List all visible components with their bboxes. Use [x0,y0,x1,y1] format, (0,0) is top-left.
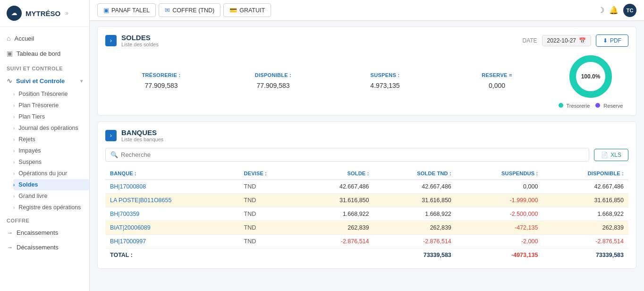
sidebar-item-encaissements[interactable]: → Encaissements [0,225,89,240]
col-suspendus: SUSPENDUS : [456,167,543,180]
sidebar-item-label: Position Trésorerie [18,91,68,97]
soldes-expand-button[interactable]: › [105,35,117,46]
sidebar-item-impayes[interactable]: › Impayés [13,145,89,156]
soldes-card: › SOLDES Liste des soldes DATE 2022-10-2… [97,26,636,116]
banques-title-group: BANQUES Liste des banques [121,128,163,142]
suspens-label: SUSPENS : [337,72,433,78]
disponible-value: 77.909,583 [225,82,322,89]
donut-chart-container: 100.0% Tresorerie Reserve [553,53,628,109]
cell-disponible: -2.876,514 [542,235,628,248]
total-solde-tnd: 73339,583 [374,248,456,262]
sidebar-section-suivi: SUIVI ET CONTROLE [0,61,89,73]
sidebar-item-label: Plan Trésorerie [18,102,59,109]
bullet-icon: › [13,137,15,142]
cell-solde-tnd: 1.668,922 [374,207,456,221]
tab-panaf-talel[interactable]: ▣ PANAF TALEL [97,3,156,17]
cell-solde-tnd: -2.876,514 [374,235,456,248]
sidebar-item-label: Encaissements [17,229,58,236]
table-icon: ▣ [103,7,109,14]
tab-coffre-tnd[interactable]: ✉ COFFRE (TND) [159,3,220,17]
bell-icon[interactable]: 🔔 [609,6,619,15]
bullet-icon: › [13,194,15,199]
table-row: BH|700359 TND 1.668,922 1.668,922 -2.500… [105,207,628,221]
total-devise [239,248,300,262]
sidebar-item-soldes[interactable]: › Soldes [13,179,89,190]
sidebar-item-suspens[interactable]: › Suspens [13,156,89,168]
sidebar-item-operations-jour[interactable]: › Opérations du jour [13,168,89,179]
sidebar-item-tableau-de-bord[interactable]: ▣ Tableau de bord [0,46,89,61]
sidebar-item-label: Suivi et Controle [16,77,65,85]
chart-icon: ∿ [7,77,12,85]
donut-percentage-label: 100.0% [581,73,601,80]
search-input[interactable] [121,151,584,158]
sidebar: ☁ MYTRÉSO » ⌂ Accueil ▣ Tableau de bord … [0,0,90,291]
sidebar-item-decaissements[interactable]: → Décaissements [0,240,89,255]
xls-button[interactable]: 📄 XLS [594,149,628,161]
banques-table-wrap: BANQUE : DEVISE : SOLDE : SOLDE TND : SU… [105,167,628,262]
tab-label: GRATUIT [239,7,265,14]
card-icon: 💳 [229,7,237,14]
logo: ☁ MYTRÉSO » [0,0,89,27]
sidebar-item-position-tresorerie[interactable]: › Position Trésorerie [13,88,89,100]
cell-devise: TND [239,180,300,194]
chevron-right-icon: › [110,37,112,44]
tresorerie-value: 77.909,583 [113,82,210,89]
suspens-value: 4.973,135 [337,82,433,89]
sidebar-item-label: Accueil [14,35,34,42]
search-icon: 🔍 [110,151,118,158]
table-row: BH|17000808 TND 42.667,486 42.667,486 0,… [105,180,628,194]
sidebar-item-rejets[interactable]: › Rejets [13,134,89,145]
content-area: › SOLDES Liste des soldes DATE 2022-10-2… [90,21,644,291]
sidebar-section-coffre: COFFRE [0,213,89,225]
table-header-row: BANQUE : DEVISE : SOLDE : SOLDE TND : SU… [105,167,628,180]
cell-suspendus: 0,000 [456,180,543,194]
cell-solde: 42.667,486 [300,180,374,194]
soldes-body: TRÉSORERIE : 77.909,583 DISPONIBLE : 77.… [105,53,628,109]
cell-disponible: 31.616,850 [542,194,628,207]
search-row: 🔍 📄 XLS [105,148,628,162]
sidebar-item-suivi-et-controle[interactable]: ∿ Suivi et Controle ▾ [0,73,89,88]
tab-gratuit[interactable]: 💳 GRATUIT [223,3,271,17]
banques-expand-button[interactable]: › [105,130,117,141]
xls-label: XLS [610,152,621,158]
bullet-icon: › [13,182,15,188]
cell-suspendus: -2,000 [456,235,543,248]
soldes-subtitle: Liste des soldes [121,42,159,47]
sidebar-item-grand-livre[interactable]: › Grand livre [13,190,89,202]
theme-toggle-icon[interactable]: ☽ [598,6,604,15]
bullet-icon: › [13,148,15,154]
cell-solde-tnd: 42.667,486 [374,180,456,194]
cell-suspendus: -1.999,000 [456,194,543,207]
sidebar-item-accueil[interactable]: ⌂ Accueil [0,31,89,46]
main-content: ▣ PANAF TALEL ✉ COFFRE (TND) 💳 GRATUIT ☽… [90,0,644,291]
cell-banque: BIAT|20006089 [105,221,239,235]
cell-suspendus: -472,135 [456,221,543,235]
sidebar-item-label: Journal des opérations [18,125,78,131]
avatar[interactable]: TC [623,4,636,17]
envelope-icon: ✉ [165,7,170,14]
table-row: BH|17000997 TND -2.876,514 -2.876,514 -2… [105,235,628,248]
banques-card-header: › BANQUES Liste des banques [105,128,628,142]
sidebar-item-plan-tiers[interactable]: › Plan Tiers [13,111,89,122]
pdf-button[interactable]: ⬇ PDF [596,34,628,47]
sidebar-item-label: Plan Tiers [18,113,45,120]
date-input[interactable]: 2022-10-27 📅 [542,35,591,46]
sidebar-item-registre-operations[interactable]: › Registre des opérations [13,202,89,213]
soldes-card-header: › SOLDES Liste des soldes DATE 2022-10-2… [105,34,628,47]
soldes-title: SOLDES [121,34,159,42]
cell-devise: TND [239,207,300,221]
cell-solde: 31.616,850 [300,194,374,207]
tab-label: COFFRE (TND) [172,7,214,14]
banques-subtitle: Liste des banques [121,137,163,142]
sidebar-item-label: Soldes [18,181,38,188]
cell-devise: TND [239,194,300,207]
col-solde-tnd: SOLDE TND : [374,167,456,180]
sidebar-item-plan-tresorerie[interactable]: › Plan Trésorerie [13,100,89,111]
metric-reserve: RESERVE = 0,000 [441,68,553,94]
arrow-right-icon: → [7,229,13,236]
metrics-row: TRÉSORERIE : 77.909,583 DISPONIBLE : 77.… [105,68,553,94]
sidebar-item-journal-operations[interactable]: › Journal des opérations [13,122,89,134]
metric-suspens: SUSPENS : 4.973,135 [329,68,441,94]
cell-solde-tnd: 31.616,850 [374,194,456,207]
search-input-wrap[interactable]: 🔍 [105,148,589,162]
